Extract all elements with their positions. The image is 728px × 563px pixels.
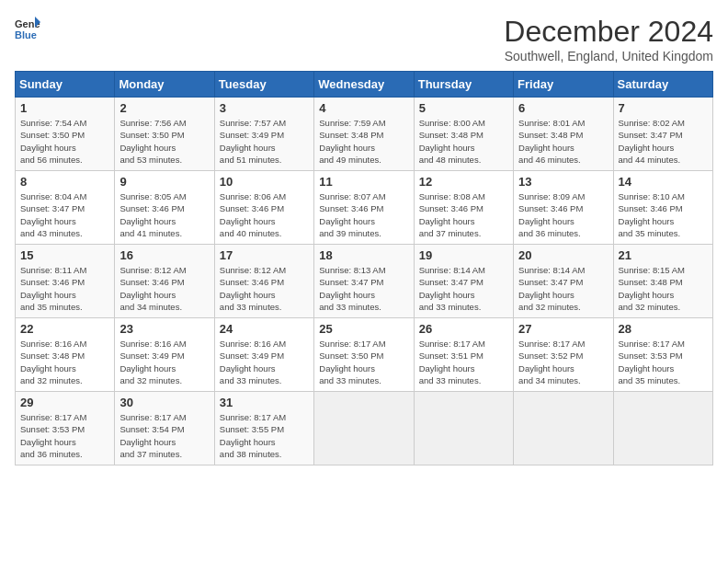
calendar-cell: 30 Sunrise: 8:17 AM Sunset: 3:54 PM Dayl… xyxy=(115,392,214,465)
day-info: Sunrise: 7:56 AM Sunset: 3:50 PM Dayligh… xyxy=(119,117,209,166)
day-number: 10 xyxy=(220,175,309,189)
calendar-cell: 14 Sunrise: 8:10 AM Sunset: 3:46 PM Dayl… xyxy=(613,171,712,245)
day-number: 6 xyxy=(518,101,608,115)
day-info: Sunrise: 8:17 AM Sunset: 3:55 PM Dayligh… xyxy=(220,411,309,460)
day-number: 16 xyxy=(119,248,209,262)
calendar-cell: 2 Sunrise: 7:56 AM Sunset: 3:50 PM Dayli… xyxy=(115,98,214,171)
day-info: Sunrise: 8:15 AM Sunset: 3:48 PM Dayligh… xyxy=(619,264,708,313)
calendar-cell: 20 Sunrise: 8:14 AM Sunset: 3:47 PM Dayl… xyxy=(514,245,613,318)
day-number: 14 xyxy=(619,175,708,189)
day-info: Sunrise: 8:12 AM Sunset: 3:46 PM Dayligh… xyxy=(119,264,209,313)
calendar-cell: 13 Sunrise: 8:09 AM Sunset: 3:46 PM Dayl… xyxy=(514,171,613,245)
day-info: Sunrise: 7:57 AM Sunset: 3:49 PM Dayligh… xyxy=(220,117,309,166)
day-info: Sunrise: 8:04 AM Sunset: 3:47 PM Dayligh… xyxy=(20,190,109,239)
day-info: Sunrise: 8:13 AM Sunset: 3:47 PM Dayligh… xyxy=(319,264,408,313)
calendar-cell: 4 Sunrise: 7:59 AM Sunset: 3:48 PM Dayli… xyxy=(314,98,414,171)
day-info: Sunrise: 8:14 AM Sunset: 3:47 PM Dayligh… xyxy=(419,264,508,313)
day-number: 20 xyxy=(518,248,608,262)
day-info: Sunrise: 8:06 AM Sunset: 3:46 PM Dayligh… xyxy=(220,190,309,239)
month-title: December 2024 xyxy=(504,15,713,49)
day-info: Sunrise: 8:05 AM Sunset: 3:46 PM Dayligh… xyxy=(119,190,209,239)
day-number: 11 xyxy=(319,175,408,189)
calendar-cell: 27 Sunrise: 8:17 AM Sunset: 3:52 PM Dayl… xyxy=(514,318,613,392)
day-number: 28 xyxy=(619,322,708,336)
day-info: Sunrise: 8:16 AM Sunset: 3:48 PM Dayligh… xyxy=(20,338,109,386)
calendar-cell: 23 Sunrise: 8:16 AM Sunset: 3:49 PM Dayl… xyxy=(115,318,214,392)
day-number: 25 xyxy=(319,322,408,336)
calendar-cell: 6 Sunrise: 8:01 AM Sunset: 3:48 PM Dayli… xyxy=(514,98,613,171)
calendar-week-5: 29 Sunrise: 8:17 AM Sunset: 3:53 PM Dayl… xyxy=(16,392,713,465)
calendar-week-4: 22 Sunrise: 8:16 AM Sunset: 3:48 PM Dayl… xyxy=(16,318,713,392)
day-number: 1 xyxy=(20,101,109,115)
day-number: 9 xyxy=(119,175,209,189)
calendar-cell: 24 Sunrise: 8:16 AM Sunset: 3:49 PM Dayl… xyxy=(214,318,313,392)
calendar-week-3: 15 Sunrise: 8:11 AM Sunset: 3:46 PM Dayl… xyxy=(16,245,713,318)
calendar-cell: 16 Sunrise: 8:12 AM Sunset: 3:46 PM Dayl… xyxy=(115,245,214,318)
day-number: 21 xyxy=(619,248,708,262)
calendar-cell: 19 Sunrise: 8:14 AM Sunset: 3:47 PM Dayl… xyxy=(414,245,513,318)
calendar-cell: 28 Sunrise: 8:17 AM Sunset: 3:53 PM Dayl… xyxy=(613,318,712,392)
day-info: Sunrise: 8:17 AM Sunset: 3:54 PM Dayligh… xyxy=(119,411,209,460)
day-info: Sunrise: 7:59 AM Sunset: 3:48 PM Dayligh… xyxy=(319,117,408,166)
day-number: 23 xyxy=(119,322,209,336)
day-number: 12 xyxy=(419,175,508,189)
calendar-cell: 11 Sunrise: 8:07 AM Sunset: 3:46 PM Dayl… xyxy=(314,171,414,245)
calendar-cell: 12 Sunrise: 8:08 AM Sunset: 3:46 PM Dayl… xyxy=(414,171,513,245)
calendar-cell: 10 Sunrise: 8:06 AM Sunset: 3:46 PM Dayl… xyxy=(214,171,313,245)
calendar-header-row: SundayMondayTuesdayWednesdayThursdayFrid… xyxy=(16,72,713,98)
column-header-saturday: Saturday xyxy=(613,72,712,98)
calendar-cell xyxy=(613,392,712,465)
calendar-cell xyxy=(414,392,513,465)
day-number: 30 xyxy=(119,396,209,409)
day-info: Sunrise: 8:01 AM Sunset: 3:48 PM Dayligh… xyxy=(518,117,608,166)
page-header: General Blue December 2024 Southwell, En… xyxy=(15,15,713,63)
day-number: 5 xyxy=(419,101,508,115)
calendar-cell: 17 Sunrise: 8:12 AM Sunset: 3:46 PM Dayl… xyxy=(214,245,313,318)
day-number: 22 xyxy=(20,322,109,336)
calendar-cell: 15 Sunrise: 8:11 AM Sunset: 3:46 PM Dayl… xyxy=(16,245,115,318)
day-number: 24 xyxy=(220,322,309,336)
day-info: Sunrise: 8:16 AM Sunset: 3:49 PM Dayligh… xyxy=(220,338,309,386)
calendar-cell: 8 Sunrise: 8:04 AM Sunset: 3:47 PM Dayli… xyxy=(16,171,115,245)
day-info: Sunrise: 8:07 AM Sunset: 3:46 PM Dayligh… xyxy=(319,190,408,239)
day-info: Sunrise: 8:08 AM Sunset: 3:46 PM Dayligh… xyxy=(419,190,508,239)
day-info: Sunrise: 8:14 AM Sunset: 3:47 PM Dayligh… xyxy=(518,264,608,313)
svg-text:Blue: Blue xyxy=(15,29,37,40)
column-header-monday: Monday xyxy=(115,72,214,98)
title-block: December 2024 Southwell, England, United… xyxy=(504,15,713,63)
day-info: Sunrise: 8:17 AM Sunset: 3:53 PM Dayligh… xyxy=(619,338,708,386)
calendar-cell: 7 Sunrise: 8:02 AM Sunset: 3:47 PM Dayli… xyxy=(613,98,712,171)
day-number: 4 xyxy=(319,101,408,115)
day-number: 15 xyxy=(20,248,109,262)
calendar-cell xyxy=(314,392,414,465)
calendar-cell: 25 Sunrise: 8:17 AM Sunset: 3:50 PM Dayl… xyxy=(314,318,414,392)
day-number: 7 xyxy=(619,101,708,115)
column-header-tuesday: Tuesday xyxy=(214,72,313,98)
calendar-week-1: 1 Sunrise: 7:54 AM Sunset: 3:50 PM Dayli… xyxy=(16,98,713,171)
day-number: 31 xyxy=(220,396,309,409)
calendar-cell: 26 Sunrise: 8:17 AM Sunset: 3:51 PM Dayl… xyxy=(414,318,513,392)
logo: General Blue xyxy=(15,15,40,40)
column-header-friday: Friday xyxy=(514,72,613,98)
location-subtitle: Southwell, England, United Kingdom xyxy=(504,49,713,63)
calendar-cell: 29 Sunrise: 8:17 AM Sunset: 3:53 PM Dayl… xyxy=(16,392,115,465)
day-number: 19 xyxy=(419,248,508,262)
calendar-table: SundayMondayTuesdayWednesdayThursdayFrid… xyxy=(15,71,713,465)
column-header-thursday: Thursday xyxy=(414,72,513,98)
day-info: Sunrise: 8:12 AM Sunset: 3:46 PM Dayligh… xyxy=(220,264,309,313)
day-info: Sunrise: 8:10 AM Sunset: 3:46 PM Dayligh… xyxy=(619,190,708,239)
column-header-sunday: Sunday xyxy=(16,72,115,98)
day-number: 18 xyxy=(319,248,408,262)
calendar-cell: 9 Sunrise: 8:05 AM Sunset: 3:46 PM Dayli… xyxy=(115,171,214,245)
calendar-cell: 5 Sunrise: 8:00 AM Sunset: 3:48 PM Dayli… xyxy=(414,98,513,171)
day-number: 3 xyxy=(220,101,309,115)
day-number: 27 xyxy=(518,322,608,336)
calendar-week-2: 8 Sunrise: 8:04 AM Sunset: 3:47 PM Dayli… xyxy=(16,171,713,245)
day-number: 29 xyxy=(20,396,109,409)
day-number: 17 xyxy=(220,248,309,262)
day-info: Sunrise: 8:17 AM Sunset: 3:53 PM Dayligh… xyxy=(20,411,109,460)
calendar-cell: 22 Sunrise: 8:16 AM Sunset: 3:48 PM Dayl… xyxy=(16,318,115,392)
day-info: Sunrise: 8:11 AM Sunset: 3:46 PM Dayligh… xyxy=(20,264,109,313)
day-number: 13 xyxy=(518,175,608,189)
day-info: Sunrise: 8:16 AM Sunset: 3:49 PM Dayligh… xyxy=(119,338,209,386)
